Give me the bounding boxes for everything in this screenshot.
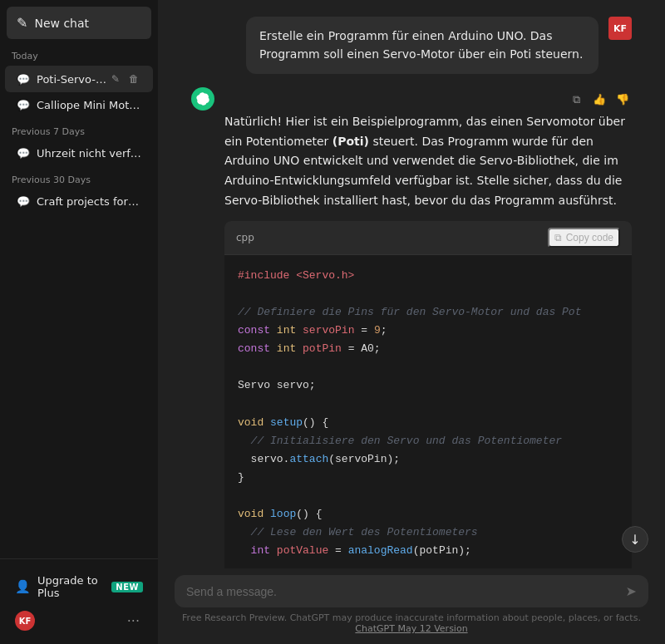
user-bubble: Erstelle ein Programm für einen Arduino … [246, 17, 598, 74]
new-chat-label: New chat [34, 17, 89, 30]
footer-text: Free Research Preview. ChatGPT may produ… [175, 607, 648, 641]
person-icon: 👤 [15, 579, 31, 594]
rename-button[interactable]: ✎ [108, 71, 123, 86]
upgrade-label: Upgrade to Plus [37, 574, 105, 599]
sidebar-section-today: Today [0, 42, 158, 65]
sidebar-item-uhrzeit[interactable]: 💬 Uhrzeit nicht verfügbar. [5, 141, 153, 165]
sidebar-item-poti-servo-label: Poti-Servo-Steuerung [37, 73, 108, 86]
sidebar-item-craft[interactable]: 💬 Craft projects for kids. [5, 189, 153, 214]
code-content: #include <Servo.h> // Definiere die Pins… [224, 255, 632, 568]
input-area: ➤ Free Research Preview. ChatGPT may pro… [158, 568, 665, 644]
main-content: Erstelle ein Programm für einen Arduino … [158, 0, 665, 644]
upgrade-button[interactable]: 👤 Upgrade to Plus NEW [7, 568, 151, 606]
sidebar-bottom: 👤 Upgrade to Plus NEW KF ··· [0, 558, 158, 644]
assistant-action-buttons: ⧉ 👍 👎 [567, 91, 632, 109]
new-badge: NEW [111, 582, 143, 592]
send-button[interactable]: ➤ [626, 583, 637, 599]
code-block: cpp ⧉ Copy code #include <Servo.h> // De… [224, 221, 632, 568]
assistant-content-area: ⧉ 👍 👎 Natürlich! Hier ist ein Beispielpr… [224, 87, 632, 568]
chat-icon-calliope: 💬 [17, 99, 30, 111]
code-header: cpp ⧉ Copy code [224, 221, 632, 255]
code-language-label: cpp [236, 232, 254, 243]
sidebar: ✎ New chat Today 💬 Poti-Servo-Steuerung … [0, 0, 158, 644]
thumbs-up-button[interactable]: 👍 [590, 91, 608, 109]
assistant-message: ⧉ 👍 👎 Natürlich! Hier ist ein Beispielpr… [191, 87, 632, 568]
chat-icon-craft: 💬 [17, 195, 30, 208]
chat-icon: 💬 [17, 73, 30, 86]
chat-area: Erstelle ein Programm für einen Arduino … [158, 0, 665, 568]
user-message: Erstelle ein Programm für einen Arduino … [191, 17, 632, 74]
copy-code-button[interactable]: ⧉ Copy code [548, 228, 620, 248]
copy-message-button[interactable]: ⧉ [567, 91, 585, 109]
sidebar-section-30days: Previous 30 Days [0, 166, 158, 189]
copy-code-label: Copy code [566, 232, 613, 243]
thumbs-down-button[interactable]: 👎 [613, 91, 632, 109]
user-message-avatar: KF [608, 17, 632, 40]
footer-link[interactable]: ChatGPT May 12 Version [355, 623, 467, 634]
input-box: ➤ [175, 575, 648, 607]
sidebar-item-calliope-label: Calliope Mini Motorsteuerung [37, 99, 141, 111]
user-row[interactable]: KF ··· [7, 606, 151, 636]
copy-code-icon: ⧉ [554, 232, 562, 243]
delete-button[interactable]: 🗑 [126, 71, 141, 86]
message-input[interactable] [186, 585, 619, 598]
user-message-text: Erstelle ein Programm für einen Arduino … [259, 29, 583, 61]
new-chat-icon: ✎ [17, 15, 27, 31]
sidebar-conversation-list: Today 💬 Poti-Servo-Steuerung ✎ 🗑 💬 Calli… [0, 42, 158, 558]
scroll-down-button[interactable]: ↓ [622, 526, 648, 553]
sidebar-item-craft-label: Craft projects for kids. [37, 195, 141, 208]
sidebar-item-poti-servo[interactable]: 💬 Poti-Servo-Steuerung ✎ 🗑 [5, 66, 153, 92]
sidebar-item-calliope[interactable]: 💬 Calliope Mini Motorsteuerung [5, 93, 153, 117]
new-chat-button[interactable]: ✎ New chat [7, 7, 151, 39]
user-avatar: KF [15, 611, 35, 631]
chat-icon-uhrzeit: 💬 [17, 147, 30, 160]
scroll-down-icon: ↓ [629, 532, 640, 548]
user-menu-button[interactable]: ··· [124, 612, 143, 631]
assistant-text: Natürlich! Hier ist ein Beispielprogramm… [224, 112, 632, 211]
assistant-avatar [191, 87, 214, 111]
sidebar-item-uhrzeit-label: Uhrzeit nicht verfügbar. [37, 147, 141, 160]
sidebar-section-7days: Previous 7 Days [0, 118, 158, 140]
